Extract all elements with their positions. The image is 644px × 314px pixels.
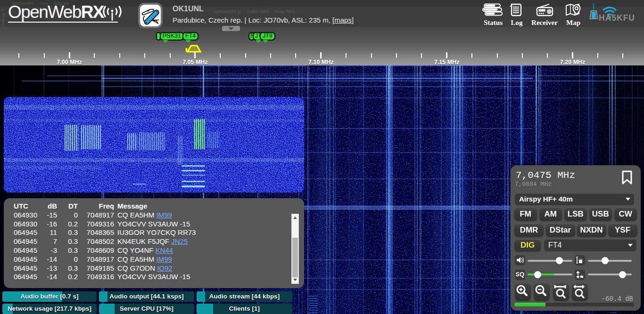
svg-text:HA5KFU: HA5KFU — [599, 13, 635, 22]
